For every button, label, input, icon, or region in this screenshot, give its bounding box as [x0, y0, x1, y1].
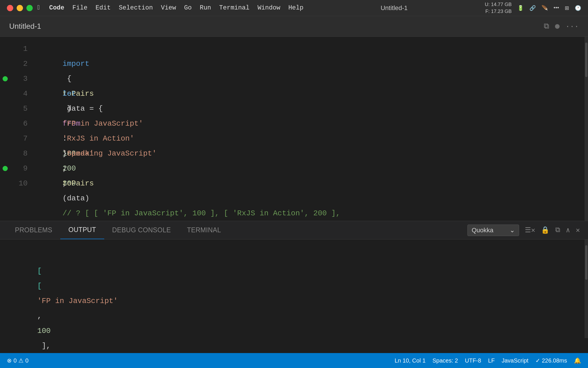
menu-run[interactable]: Run: [200, 4, 211, 12]
panel-tabs-right: Quokka ⌄ ☰✕ 🔒 ⧉ ∧ ✕: [467, 225, 581, 236]
traffic-lights: [7, 5, 33, 11]
code-line-3: let data = {: [36, 71, 588, 86]
menu-selection[interactable]: Selection: [119, 4, 153, 12]
line-num-9: 9: [10, 161, 28, 176]
gutter-row-3: [0, 71, 10, 86]
code-line-10: [36, 176, 588, 191]
notification-bell-icon[interactable]: 🔔: [574, 357, 581, 364]
panel-action-icons: ☰✕ 🔒 ⧉ ∧ ✕: [524, 225, 581, 235]
editor-more-icon[interactable]: ···: [565, 22, 579, 31]
minimize-button[interactable]: [17, 5, 23, 11]
panel-tabs-left: PROBLEMS OUTPUT DEBUG CONSOLE TERMINAL: [7, 221, 229, 239]
line-num-8: 8: [10, 146, 28, 161]
menu-file[interactable]: File: [72, 4, 88, 12]
error-count[interactable]: ⊗ 0 ⚠ 0: [7, 357, 28, 364]
titlebar-right: U: 14.77 GB F: 17.23 GB 🔋 🔗 🪶 ••• ⊞ 🕐: [485, 1, 581, 15]
menu-window[interactable]: Window: [258, 4, 280, 12]
file-encoding[interactable]: UTF-8: [465, 357, 481, 364]
tab-debug-console[interactable]: DEBUG CONSOLE: [104, 221, 179, 239]
editor-tab-title[interactable]: Untitled-1: [9, 22, 41, 31]
cursor-position[interactable]: Ln 10, Col 1: [394, 357, 425, 364]
menu-go[interactable]: Go: [184, 4, 192, 12]
collapse-panel-icon[interactable]: ∧: [565, 225, 571, 235]
window-title: Untitled-1: [381, 4, 408, 12]
panel-tabs: PROBLEMS OUTPUT DEBUG CONSOLE TERMINAL Q…: [0, 221, 588, 239]
link-icon: 🔗: [529, 5, 536, 11]
editor-scrollbar[interactable]: [585, 37, 588, 221]
gutter-row-10: [0, 176, 10, 191]
statusbar-right: Ln 10, Col 1 Spaces: 2 UTF-8 LF JavaScri…: [394, 357, 581, 364]
menu-edit[interactable]: Edit: [96, 4, 111, 12]
code-line-9: toPairs (data) // ? [ [ 'FP in JavaScrip…: [36, 161, 588, 176]
tab-output[interactable]: OUTPUT: [60, 221, 104, 239]
gutter-row-2: [0, 56, 10, 71]
more-icon[interactable]: •••: [554, 5, 559, 11]
panel-scrollbar-thumb[interactable]: [585, 245, 587, 280]
gutter-row-5: [0, 101, 10, 116]
split-editor-icon[interactable]: ⧉: [544, 22, 549, 31]
lock-icon[interactable]: 🔒: [540, 225, 551, 235]
indent-spaces[interactable]: Spaces: 2: [432, 357, 458, 364]
line-ending[interactable]: LF: [488, 357, 495, 364]
scrollbar-thumb[interactable]: [585, 43, 587, 77]
error-count-value: 0: [13, 357, 17, 364]
statusbar-left: ⊗ 0 ⚠ 0: [7, 357, 28, 364]
titlebar:  Code File Edit Selection View Go Run T…: [0, 0, 588, 16]
menu-bar:  Code File Edit Selection View Go Run T…: [37, 4, 303, 12]
chevron-down-icon: ⌄: [510, 227, 515, 234]
battery-icon: 🔋: [517, 5, 524, 11]
code-line-2: [36, 56, 588, 71]
panel-content: [ [ 'FP in JavaScript' , 100 ], [ 'RxJS …: [0, 239, 588, 353]
tab-terminal[interactable]: TERMINAL: [179, 221, 229, 239]
comment-result: // ? [ [ 'FP in JavaScript', 100 ], [ 'R…: [63, 209, 340, 218]
unsaved-indicator: [555, 24, 560, 29]
panel-scrollbar[interactable]: [585, 239, 588, 338]
error-icon: ⊗: [7, 357, 12, 364]
code-line-1: import { toPairs } from 'ramda': [36, 41, 588, 56]
line-num-1: 1: [10, 41, 28, 56]
line-num-2: 2: [10, 56, 28, 71]
copy-icon[interactable]: ⧉: [554, 225, 561, 235]
quokka-status[interactable]: ✓ 226.08ms: [535, 357, 567, 364]
code-editor[interactable]: import { toPairs } from 'ramda' let data…: [33, 37, 588, 221]
editor-container: 1 2 3 4 5 6 7 8 9 10 import { toPairs } …: [0, 37, 588, 221]
code-line-4: 'FP in JavaScript' : 100 ,: [36, 86, 588, 101]
statusbar: ⊗ 0 ⚠ 0 Ln 10, Col 1 Spaces: 2 UTF-8 LF …: [0, 353, 588, 368]
line-num-5: 5: [10, 101, 28, 116]
breakpoint-dot-9[interactable]: [3, 166, 8, 171]
gutter-row-1: [0, 41, 10, 56]
titlebar-left:  Code File Edit Selection View Go Run T…: [7, 4, 303, 12]
line-num-10: 10: [10, 176, 28, 191]
menu-code[interactable]: Code: [49, 4, 64, 12]
sys-info-line1: U: 14.77 GB: [485, 1, 512, 8]
code-line-5: 'RxJS in Action' : 200 ,: [36, 101, 588, 116]
breakpoint-dot-3[interactable]: [3, 76, 8, 81]
menu-help[interactable]: Help: [288, 4, 303, 12]
sys-info: U: 14.77 GB F: 17.23 GB: [485, 1, 512, 15]
output-line-1: [ [ 'FP in JavaScript' , 100 ],: [10, 249, 578, 353]
tab-problems[interactable]: PROBLEMS: [7, 221, 60, 239]
sys-info-line2: F: 17.23 GB: [485, 8, 512, 15]
menu-terminal[interactable]: Terminal: [219, 4, 249, 12]
gutter-row-4: [0, 86, 10, 101]
clear-output-icon[interactable]: ☰✕: [524, 225, 536, 235]
feather-icon: 🪶: [541, 5, 548, 11]
apple-menu[interactable]: : [37, 4, 41, 12]
line-num-7: 7: [10, 131, 28, 146]
control-center-icon[interactable]: ⊞: [565, 5, 569, 11]
close-panel-icon[interactable]: ✕: [575, 225, 581, 235]
maximize-button[interactable]: [26, 5, 33, 11]
output-source-dropdown[interactable]: Quokka ⌄: [467, 225, 519, 236]
gutter-row-7: [0, 131, 10, 146]
clock-icon: 🕐: [575, 5, 581, 11]
keyword-import: import: [63, 60, 90, 68]
warning-icon: ⚠: [18, 357, 24, 364]
menu-view[interactable]: View: [161, 4, 176, 12]
fn-topairs: toPairs: [63, 179, 94, 188]
dropdown-label: Quokka: [472, 227, 494, 234]
gutter-icons: [0, 37, 10, 221]
warning-count-value: 0: [25, 357, 28, 364]
close-button[interactable]: [7, 5, 13, 11]
language-mode[interactable]: JavaScript: [502, 357, 528, 364]
editor-titlebar: Untitled-1 ⧉ ···: [0, 16, 588, 37]
